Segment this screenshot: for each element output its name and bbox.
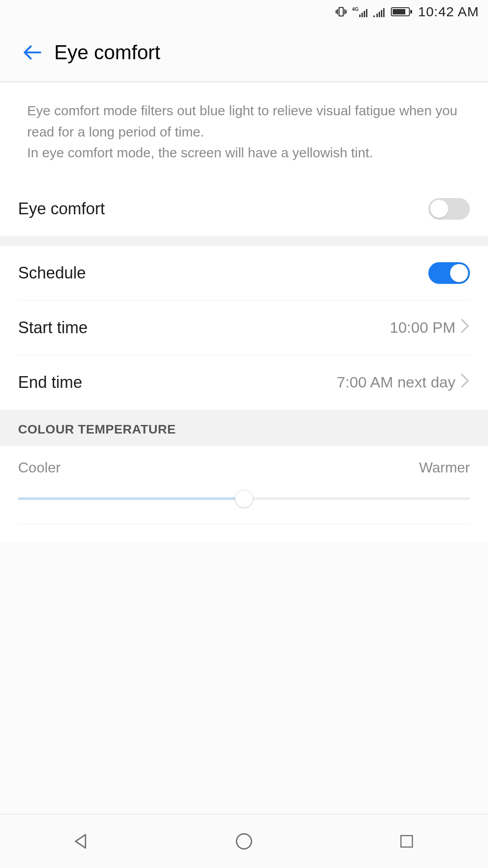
status-bar: 4G <box>0 0 488 24</box>
eye-comfort-label: Eye comfort <box>18 199 105 218</box>
svg-rect-17 <box>393 9 405 14</box>
schedule-row[interactable]: Schedule <box>0 246 488 300</box>
colour-temperature-header: COLOUR TEMPERATURE <box>0 410 488 446</box>
eye-comfort-row[interactable]: Eye comfort <box>0 182 488 236</box>
svg-text:4G: 4G <box>352 6 359 12</box>
status-time: 10:42 AM <box>418 4 479 19</box>
page-title: Eye comfort <box>54 41 160 64</box>
svg-rect-7 <box>361 13 363 17</box>
colour-temperature-slider[interactable] <box>18 490 470 508</box>
navigation-bar <box>0 814 488 868</box>
svg-rect-8 <box>364 11 365 17</box>
svg-rect-12 <box>379 12 380 17</box>
nav-recent-button[interactable] <box>380 823 434 859</box>
svg-rect-21 <box>401 835 412 847</box>
chevron-right-icon <box>460 318 470 337</box>
svg-rect-6 <box>359 14 361 17</box>
end-time-value: 7:00 AM next day <box>337 373 455 391</box>
end-time-label: End time <box>18 373 82 392</box>
nav-home-button[interactable] <box>217 823 271 859</box>
back-button[interactable] <box>14 34 50 71</box>
start-time-row[interactable]: Start time 10:00 PM <box>0 301 488 355</box>
battery-icon <box>391 6 413 17</box>
slider-max-label: Warmer <box>419 459 470 476</box>
start-time-label: Start time <box>18 318 88 337</box>
vibrate-icon <box>335 5 347 18</box>
svg-rect-9 <box>366 9 367 17</box>
colour-temperature-panel: Cooler Warmer <box>0 446 488 542</box>
schedule-label: Schedule <box>18 264 86 283</box>
svg-rect-14 <box>383 8 385 17</box>
svg-marker-19 <box>75 835 85 848</box>
end-time-row[interactable]: End time 7:00 AM next day <box>0 355 488 410</box>
svg-point-20 <box>237 834 252 849</box>
schedule-toggle[interactable] <box>428 262 470 284</box>
chevron-right-icon <box>460 373 470 392</box>
signal-icon <box>373 5 386 18</box>
svg-rect-0 <box>339 8 343 16</box>
eye-comfort-toggle[interactable] <box>428 198 470 220</box>
slider-min-label: Cooler <box>18 459 61 476</box>
svg-rect-13 <box>381 10 382 17</box>
start-time-value: 10:00 PM <box>389 319 455 336</box>
svg-rect-11 <box>376 14 378 17</box>
description-text: Eye comfort mode filters out blue light … <box>0 82 488 182</box>
status-icons: 4G <box>335 5 413 18</box>
signal-4g-icon: 4G <box>352 5 368 18</box>
svg-point-10 <box>373 15 375 17</box>
svg-rect-16 <box>410 10 412 14</box>
appbar: Eye comfort <box>0 24 488 82</box>
nav-back-button[interactable] <box>54 823 108 859</box>
